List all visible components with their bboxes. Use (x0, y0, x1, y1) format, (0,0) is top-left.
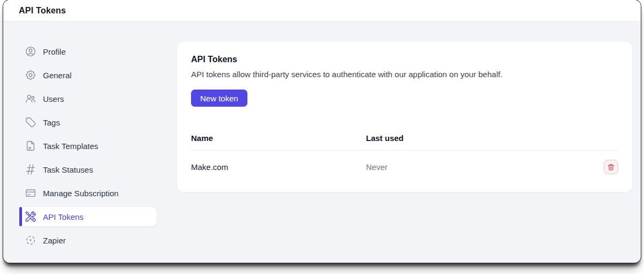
sidebar-item-manage-subscription[interactable]: Manage Subscription (19, 183, 157, 203)
delete-token-button[interactable] (604, 160, 618, 174)
settings-layout: Profile General Users (3, 21, 641, 254)
tag-icon (25, 116, 36, 128)
credit-card-icon (25, 187, 36, 199)
column-header-name: Name (191, 134, 366, 143)
wrench-screwdriver-icon (25, 211, 36, 223)
card-description: API tokens allow third-party services to… (191, 70, 618, 79)
sidebar-item-api-tokens[interactable]: API Tokens (19, 207, 157, 226)
users-icon (25, 93, 36, 105)
gear-icon (25, 69, 36, 81)
sidebar-item-label: Tags (43, 118, 60, 127)
document-icon (25, 140, 36, 152)
token-name-cell: Make.com (191, 162, 366, 172)
app-window: API Tokens Profile General (3, 0, 641, 263)
sidebar-item-task-statuses[interactable]: Task Statuses (19, 160, 157, 179)
tokens-table: Name Last used Make.com Never (191, 134, 618, 174)
page-title: API Tokens (19, 6, 66, 16)
sidebar-item-label: Users (43, 94, 64, 103)
api-tokens-card: API Tokens API tokens allow third-party … (177, 42, 632, 192)
sidebar-item-users[interactable]: Users (19, 89, 157, 108)
trash-icon (607, 163, 615, 171)
user-circle-icon (25, 46, 36, 57)
sidebar-item-label: General (43, 71, 71, 80)
sidebar-item-zapier[interactable]: Zapier (19, 231, 157, 250)
sidebar-item-label: Manage Subscription (43, 189, 119, 198)
sidebar-item-profile[interactable]: Profile (19, 42, 157, 61)
column-header-last-used: Last used (366, 134, 597, 143)
card-title: API Tokens (191, 55, 618, 64)
tokens-table-header: Name Last used (191, 134, 618, 151)
zapier-icon (25, 234, 36, 246)
sidebar-item-label: Task Templates (43, 142, 98, 151)
sidebar-item-label: API Tokens (43, 212, 84, 221)
top-bar: API Tokens (3, 0, 641, 21)
settings-sidebar: Profile General Users (19, 42, 157, 254)
table-row: Make.com Never (191, 151, 618, 174)
sidebar-item-task-templates[interactable]: Task Templates (19, 136, 157, 155)
new-token-button[interactable]: New token (191, 90, 247, 107)
hash-icon (25, 164, 36, 175)
token-last-used-cell: Never (366, 162, 597, 172)
sidebar-item-label: Profile (43, 47, 66, 56)
sidebar-item-label: Zapier (43, 236, 66, 245)
screenshot-stage: API Tokens Profile General (0, 0, 644, 274)
sidebar-item-general[interactable]: General (19, 65, 157, 85)
sidebar-item-tags[interactable]: Tags (19, 113, 157, 132)
sidebar-item-label: Task Statuses (43, 165, 93, 174)
